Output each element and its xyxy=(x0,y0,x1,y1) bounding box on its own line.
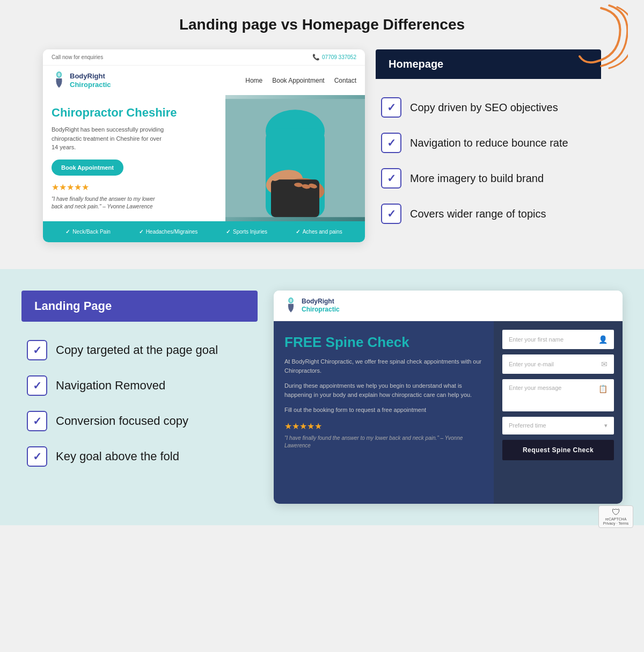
homepage-feature-text-2: Navigation to reduce bounce rate xyxy=(410,137,568,149)
first-name-placeholder: Enter your first name xyxy=(509,336,564,343)
mockup-footer: ✓ Neck/Back Pain ✓ Headaches/Migraines ✓… xyxy=(43,221,365,242)
time-placeholder: Preferred time xyxy=(509,422,546,429)
page-title: Landing page vs Homepage Differences xyxy=(21,16,623,33)
homepage-feature-3: ✓ More imagery to build brand xyxy=(376,161,601,196)
nav-links: Home Book Appointment Contact xyxy=(245,77,356,84)
homepage-feature-2: ✓ Navigation to reduce bounce rate xyxy=(376,125,601,161)
landing-features-panel: Landing Page ✓ Copy targeted at the page… xyxy=(21,291,258,474)
free-spine-title: FREE Spine Check xyxy=(284,334,483,351)
landing-testimonial: "I have finally found the answer to my l… xyxy=(284,434,483,450)
check-box-2: ✓ xyxy=(381,133,401,153)
landing-feature-text-1: Copy targeted at the page goal xyxy=(56,343,218,357)
check-box-3: ✓ xyxy=(381,168,401,189)
free-spine-desc-3: Fill out the booking form to request a f… xyxy=(284,405,483,415)
landing-page-mockup: BodyRight Chiropractic FREE Spine Check … xyxy=(274,291,623,504)
phone-icon: 📞 xyxy=(312,54,320,61)
landing-checkmark-1: ✓ xyxy=(33,344,42,357)
chiropractor-image xyxy=(225,95,365,221)
nav-contact[interactable]: Contact xyxy=(334,77,356,84)
free-spine-desc-2: During these appointments we help you be… xyxy=(284,381,483,400)
landing-logo-icon xyxy=(284,297,297,314)
checkmark-icon-2: ✓ xyxy=(387,136,396,149)
homepage-feature-text-1: Copy driven by SEO objectives xyxy=(410,102,558,114)
bottom-section: Landing Page ✓ Copy targeted at the page… xyxy=(0,269,644,525)
footer-item-4: Aches and pains xyxy=(303,229,342,235)
email-field[interactable]: Enter your e-mail ✉ xyxy=(502,354,614,374)
testimonial-text: "I have finally found the answer to my l… xyxy=(52,195,159,211)
homepage-feature-text-4: Covers wider range of topics xyxy=(410,208,546,220)
landing-checkmark-4: ✓ xyxy=(33,450,42,463)
mockup-heading: Chiropractor Cheshire xyxy=(52,106,217,120)
landing-feature-4: ✓ Key goal above the fold xyxy=(21,439,258,474)
landing-mockup-body: FREE Spine Check At BodyRight Chiropract… xyxy=(274,321,623,504)
first-name-field[interactable]: Enter your first name 👤 xyxy=(502,330,614,349)
landing-feature-text-2: Navigation Removed xyxy=(56,379,165,393)
recaptcha-badge: 🛡 reCAPTCHAPrivacy · Terms xyxy=(598,505,633,528)
topbar-phone: 📞 07709 337052 xyxy=(312,54,356,61)
preferred-time-select[interactable]: Preferred time ▾ xyxy=(502,417,614,434)
stars-rating: ★★★★★ xyxy=(52,182,217,192)
check-box-1: ✓ xyxy=(381,97,401,118)
landing-check-box-3: ✓ xyxy=(27,411,47,431)
footer-item-1: Neck/Back Pain xyxy=(72,229,111,235)
nav-home[interactable]: Home xyxy=(245,77,262,84)
landing-check-box-2: ✓ xyxy=(27,375,47,396)
landing-feature-3: ✓ Conversion focused copy xyxy=(21,403,258,439)
landing-features-header: Landing Page xyxy=(21,291,258,322)
landing-mockup-header: BodyRight Chiropractic xyxy=(274,291,623,321)
message-field[interactable]: Enter your message 📋 xyxy=(502,379,614,411)
free-spine-desc-1: At BodyRight Chiropractic, we offer free… xyxy=(284,357,483,376)
check-icon-2: ✓ xyxy=(139,229,143,235)
book-appointment-button[interactable]: Book Appointment xyxy=(52,160,123,176)
landing-logo-text: BodyRight Chiropractic xyxy=(302,298,340,313)
email-placeholder: Enter your e-mail xyxy=(509,361,554,367)
footer-item-2: Headaches/Migraines xyxy=(146,229,198,235)
footer-item-3: Sports Injuries xyxy=(233,229,267,235)
landing-feature-text-3: Conversion focused copy xyxy=(56,414,188,428)
landing-feature-1: ✓ Copy targeted at the page goal xyxy=(21,332,258,368)
person-icon: 👤 xyxy=(598,335,608,344)
email-icon: ✉ xyxy=(601,360,608,368)
topbar-enquiries: Call now for enquiries xyxy=(52,54,103,60)
check-icon-1: ✓ xyxy=(65,229,70,235)
homepage-feature-4: ✓ Covers wider range of topics xyxy=(376,196,601,231)
nav-book[interactable]: Book Appointment xyxy=(272,77,324,84)
homepage-feature-text-3: More imagery to build brand xyxy=(410,172,544,185)
landing-stars: ★★★★★ xyxy=(284,421,483,431)
chevron-down-icon: ▾ xyxy=(604,422,608,429)
orange-decoration xyxy=(558,3,628,75)
landing-feature-text-4: Key goal above the fold xyxy=(56,450,179,463)
message-placeholder: Enter your message xyxy=(509,385,561,391)
check-icon-4: ✓ xyxy=(296,229,300,235)
landing-form-panel: Enter your first name 👤 Enter your e-mai… xyxy=(494,321,623,504)
mockup-logo: BodyRight Chiropractic xyxy=(52,71,111,90)
request-spine-check-button[interactable]: Request Spine Check xyxy=(502,440,614,460)
checkmark-icon-3: ✓ xyxy=(387,172,396,185)
svg-point-15 xyxy=(290,299,292,302)
landing-feature-2: ✓ Navigation Removed xyxy=(21,368,258,403)
homepage-feature-1: ✓ Copy driven by SEO objectives xyxy=(376,90,601,125)
landing-checkmark-2: ✓ xyxy=(33,379,42,392)
svg-point-1 xyxy=(57,73,60,77)
checkmark-icon-4: ✓ xyxy=(387,207,396,220)
check-box-4: ✓ xyxy=(381,204,401,224)
logo-text: BodyRight Chiropractic xyxy=(70,72,111,89)
homepage-features-panel: Homepage ✓ Copy driven by SEO objectives… xyxy=(376,49,601,231)
check-icon-3: ✓ xyxy=(226,229,230,235)
homepage-mockup: Call now for enquiries 📞 07709 337052 Bo… xyxy=(43,49,365,242)
mockup-description: BodyRight has been successfully providin… xyxy=(52,125,170,152)
message-icon: 📋 xyxy=(598,385,608,393)
landing-check-box-1: ✓ xyxy=(27,340,47,360)
landing-mockup-content: FREE Spine Check At BodyRight Chiropract… xyxy=(274,321,494,504)
landing-checkmark-3: ✓ xyxy=(33,415,42,428)
checkmark-icon-1: ✓ xyxy=(387,101,396,114)
landing-check-box-4: ✓ xyxy=(27,446,47,467)
